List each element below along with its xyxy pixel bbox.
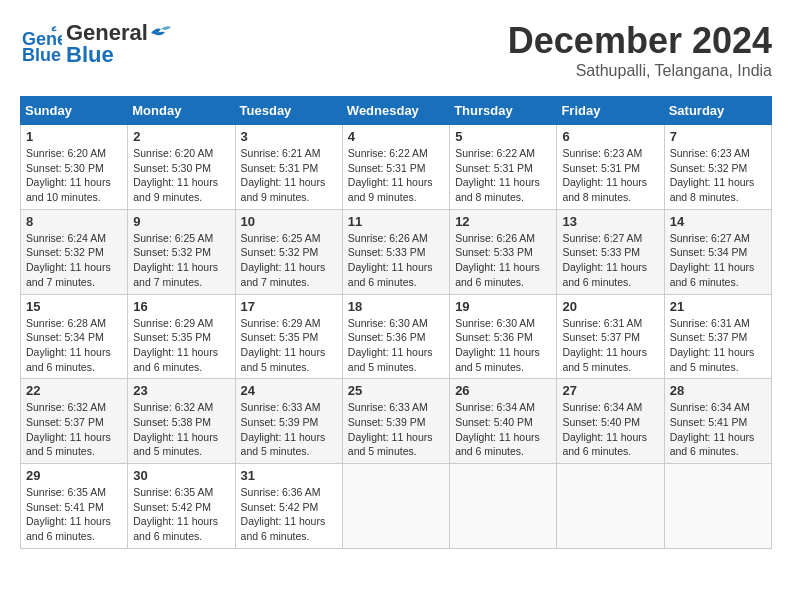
calendar-table: SundayMondayTuesdayWednesdayThursdayFrid…: [20, 96, 772, 549]
calendar-cell: 5 Sunrise: 6:22 AM Sunset: 5:31 PM Dayli…: [450, 125, 557, 210]
day-info: Sunrise: 6:30 AM Sunset: 5:36 PM Dayligh…: [348, 316, 444, 375]
day-number: 31: [241, 468, 337, 483]
calendar-cell: 16 Sunrise: 6:29 AM Sunset: 5:35 PM Dayl…: [128, 294, 235, 379]
day-number: 4: [348, 129, 444, 144]
day-number: 1: [26, 129, 122, 144]
logo-icon: General Blue: [20, 23, 62, 65]
day-number: 22: [26, 383, 122, 398]
title-block: December 2024 Sathupalli, Telangana, Ind…: [508, 20, 772, 80]
calendar-cell: 22 Sunrise: 6:32 AM Sunset: 5:37 PM Dayl…: [21, 379, 128, 464]
day-info: Sunrise: 6:26 AM Sunset: 5:33 PM Dayligh…: [455, 231, 551, 290]
calendar-cell: 17 Sunrise: 6:29 AM Sunset: 5:35 PM Dayl…: [235, 294, 342, 379]
weekday-header-sunday: Sunday: [21, 97, 128, 125]
calendar-cell: 4 Sunrise: 6:22 AM Sunset: 5:31 PM Dayli…: [342, 125, 449, 210]
day-info: Sunrise: 6:20 AM Sunset: 5:30 PM Dayligh…: [133, 146, 229, 205]
calendar-week-3: 15 Sunrise: 6:28 AM Sunset: 5:34 PM Dayl…: [21, 294, 772, 379]
calendar-cell: 12 Sunrise: 6:26 AM Sunset: 5:33 PM Dayl…: [450, 209, 557, 294]
day-info: Sunrise: 6:31 AM Sunset: 5:37 PM Dayligh…: [562, 316, 658, 375]
day-number: 21: [670, 299, 766, 314]
day-info: Sunrise: 6:36 AM Sunset: 5:42 PM Dayligh…: [241, 485, 337, 544]
calendar-cell: 10 Sunrise: 6:25 AM Sunset: 5:32 PM Dayl…: [235, 209, 342, 294]
page-title: December 2024: [508, 20, 772, 62]
day-info: Sunrise: 6:32 AM Sunset: 5:38 PM Dayligh…: [133, 400, 229, 459]
day-info: Sunrise: 6:27 AM Sunset: 5:33 PM Dayligh…: [562, 231, 658, 290]
calendar-cell: 6 Sunrise: 6:23 AM Sunset: 5:31 PM Dayli…: [557, 125, 664, 210]
day-info: Sunrise: 6:34 AM Sunset: 5:41 PM Dayligh…: [670, 400, 766, 459]
day-number: 3: [241, 129, 337, 144]
day-info: Sunrise: 6:34 AM Sunset: 5:40 PM Dayligh…: [455, 400, 551, 459]
day-info: Sunrise: 6:23 AM Sunset: 5:31 PM Dayligh…: [562, 146, 658, 205]
page-header: General Blue General Blue December 2024 …: [20, 20, 772, 80]
day-info: Sunrise: 6:21 AM Sunset: 5:31 PM Dayligh…: [241, 146, 337, 205]
calendar-cell: [450, 464, 557, 549]
logo: General Blue General Blue: [20, 20, 173, 68]
day-number: 26: [455, 383, 551, 398]
day-info: Sunrise: 6:25 AM Sunset: 5:32 PM Dayligh…: [133, 231, 229, 290]
calendar-week-2: 8 Sunrise: 6:24 AM Sunset: 5:32 PM Dayli…: [21, 209, 772, 294]
day-info: Sunrise: 6:29 AM Sunset: 5:35 PM Dayligh…: [133, 316, 229, 375]
day-number: 29: [26, 468, 122, 483]
calendar-cell: 18 Sunrise: 6:30 AM Sunset: 5:36 PM Dayl…: [342, 294, 449, 379]
day-number: 16: [133, 299, 229, 314]
day-number: 13: [562, 214, 658, 229]
day-info: Sunrise: 6:20 AM Sunset: 5:30 PM Dayligh…: [26, 146, 122, 205]
calendar-cell: 21 Sunrise: 6:31 AM Sunset: 5:37 PM Dayl…: [664, 294, 771, 379]
calendar-cell: 29 Sunrise: 6:35 AM Sunset: 5:41 PM Dayl…: [21, 464, 128, 549]
day-number: 8: [26, 214, 122, 229]
day-number: 9: [133, 214, 229, 229]
svg-text:Blue: Blue: [22, 45, 61, 65]
day-number: 2: [133, 129, 229, 144]
day-number: 10: [241, 214, 337, 229]
day-number: 25: [348, 383, 444, 398]
day-info: Sunrise: 6:31 AM Sunset: 5:37 PM Dayligh…: [670, 316, 766, 375]
calendar-cell: [664, 464, 771, 549]
calendar-week-4: 22 Sunrise: 6:32 AM Sunset: 5:37 PM Dayl…: [21, 379, 772, 464]
weekday-header-wednesday: Wednesday: [342, 97, 449, 125]
day-info: Sunrise: 6:34 AM Sunset: 5:40 PM Dayligh…: [562, 400, 658, 459]
day-number: 5: [455, 129, 551, 144]
day-info: Sunrise: 6:35 AM Sunset: 5:41 PM Dayligh…: [26, 485, 122, 544]
calendar-cell: 1 Sunrise: 6:20 AM Sunset: 5:30 PM Dayli…: [21, 125, 128, 210]
calendar-cell: 3 Sunrise: 6:21 AM Sunset: 5:31 PM Dayli…: [235, 125, 342, 210]
calendar-cell: 27 Sunrise: 6:34 AM Sunset: 5:40 PM Dayl…: [557, 379, 664, 464]
weekday-header-thursday: Thursday: [450, 97, 557, 125]
calendar-cell: 30 Sunrise: 6:35 AM Sunset: 5:42 PM Dayl…: [128, 464, 235, 549]
weekday-header-monday: Monday: [128, 97, 235, 125]
day-info: Sunrise: 6:33 AM Sunset: 5:39 PM Dayligh…: [241, 400, 337, 459]
day-info: Sunrise: 6:23 AM Sunset: 5:32 PM Dayligh…: [670, 146, 766, 205]
calendar-cell: 26 Sunrise: 6:34 AM Sunset: 5:40 PM Dayl…: [450, 379, 557, 464]
weekday-header-tuesday: Tuesday: [235, 97, 342, 125]
calendar-cell: 23 Sunrise: 6:32 AM Sunset: 5:38 PM Dayl…: [128, 379, 235, 464]
day-number: 30: [133, 468, 229, 483]
day-number: 6: [562, 129, 658, 144]
calendar-cell: 13 Sunrise: 6:27 AM Sunset: 5:33 PM Dayl…: [557, 209, 664, 294]
calendar-cell: 14 Sunrise: 6:27 AM Sunset: 5:34 PM Dayl…: [664, 209, 771, 294]
day-number: 18: [348, 299, 444, 314]
day-info: Sunrise: 6:28 AM Sunset: 5:34 PM Dayligh…: [26, 316, 122, 375]
day-info: Sunrise: 6:22 AM Sunset: 5:31 PM Dayligh…: [348, 146, 444, 205]
day-number: 7: [670, 129, 766, 144]
day-number: 23: [133, 383, 229, 398]
day-number: 28: [670, 383, 766, 398]
calendar-week-1: 1 Sunrise: 6:20 AM Sunset: 5:30 PM Dayli…: [21, 125, 772, 210]
calendar-cell: 8 Sunrise: 6:24 AM Sunset: 5:32 PM Dayli…: [21, 209, 128, 294]
page-subtitle: Sathupalli, Telangana, India: [508, 62, 772, 80]
calendar-cell: 24 Sunrise: 6:33 AM Sunset: 5:39 PM Dayl…: [235, 379, 342, 464]
day-number: 15: [26, 299, 122, 314]
calendar-cell: [557, 464, 664, 549]
day-number: 14: [670, 214, 766, 229]
calendar-cell: 31 Sunrise: 6:36 AM Sunset: 5:42 PM Dayl…: [235, 464, 342, 549]
day-info: Sunrise: 6:27 AM Sunset: 5:34 PM Dayligh…: [670, 231, 766, 290]
day-number: 12: [455, 214, 551, 229]
day-info: Sunrise: 6:32 AM Sunset: 5:37 PM Dayligh…: [26, 400, 122, 459]
calendar-cell: 11 Sunrise: 6:26 AM Sunset: 5:33 PM Dayl…: [342, 209, 449, 294]
day-number: 19: [455, 299, 551, 314]
day-info: Sunrise: 6:24 AM Sunset: 5:32 PM Dayligh…: [26, 231, 122, 290]
day-info: Sunrise: 6:33 AM Sunset: 5:39 PM Dayligh…: [348, 400, 444, 459]
calendar-cell: 20 Sunrise: 6:31 AM Sunset: 5:37 PM Dayl…: [557, 294, 664, 379]
day-number: 11: [348, 214, 444, 229]
calendar-week-5: 29 Sunrise: 6:35 AM Sunset: 5:41 PM Dayl…: [21, 464, 772, 549]
day-info: Sunrise: 6:26 AM Sunset: 5:33 PM Dayligh…: [348, 231, 444, 290]
day-info: Sunrise: 6:22 AM Sunset: 5:31 PM Dayligh…: [455, 146, 551, 205]
calendar-cell: [342, 464, 449, 549]
